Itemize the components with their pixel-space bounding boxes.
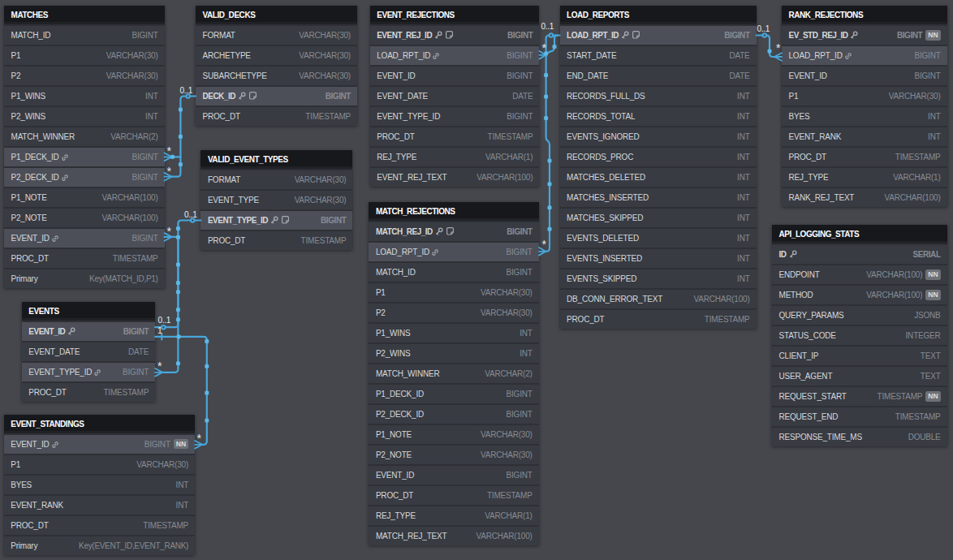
svg-text:0..1: 0..1 [158, 316, 171, 325]
svg-text:0..1: 0..1 [184, 210, 197, 219]
svg-text:0..1: 0..1 [541, 22, 554, 31]
svg-text:*: * [197, 432, 202, 445]
svg-text:0..1: 0..1 [757, 24, 770, 33]
svg-text:*: * [157, 360, 162, 373]
svg-text:*: * [167, 225, 172, 238]
svg-text:*: * [542, 238, 547, 251]
svg-text:0..1: 0..1 [180, 86, 193, 95]
svg-text:*: * [776, 41, 781, 54]
svg-text:1: 1 [157, 325, 162, 335]
svg-text:*: * [167, 165, 172, 178]
svg-text:*: * [167, 144, 172, 157]
svg-text:*: * [542, 41, 547, 54]
